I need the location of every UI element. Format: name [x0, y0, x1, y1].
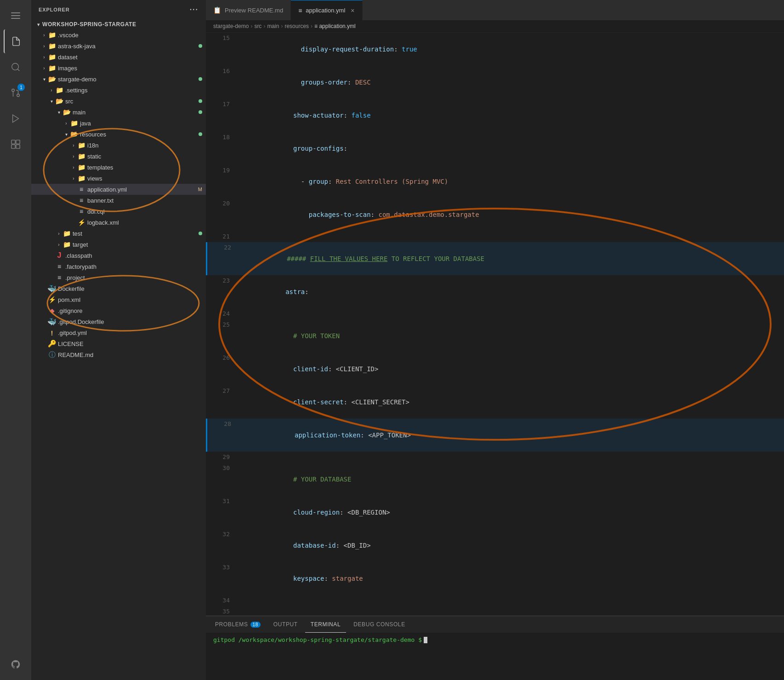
debug-console-panel-tab[interactable]: DEBUG CONSOLE: [348, 616, 411, 633]
readme-label: README.md: [58, 351, 206, 358]
resources-folder-label: resources: [80, 131, 199, 138]
test-folder-label: test: [73, 230, 199, 237]
breadcrumb-part-0[interactable]: stargate-demo: [213, 23, 249, 29]
readme-file-item[interactable]: › ⓘ README.md: [31, 349, 206, 360]
source-control-button[interactable]: 1: [4, 81, 28, 105]
application-yml-close-button[interactable]: ×: [351, 7, 354, 14]
banner-txt-file-item[interactable]: › ≡ banner.txt: [31, 195, 206, 206]
vscode-folder-icon: 📁: [48, 31, 56, 39]
templates-folder-label: templates: [87, 164, 206, 171]
search-button[interactable]: [4, 55, 28, 79]
svg-rect-11: [11, 145, 15, 148]
pom-xml-label: pom.xml: [58, 296, 206, 303]
breadcrumb-part-2[interactable]: main: [267, 23, 279, 29]
pom-xml-file-item[interactable]: › ⚡ pom.xml: [31, 294, 206, 305]
logback-xml-icon: ⚡: [77, 218, 85, 227]
dockerfile-icon: 🐳: [48, 284, 56, 293]
extensions-button[interactable]: [4, 132, 28, 156]
dockerfile-file-item[interactable]: › 🐳 Dockerfile: [31, 283, 206, 294]
svg-rect-12: [16, 145, 20, 148]
breadcrumb-sep-0: ›: [250, 23, 252, 29]
breadcrumb: stargate-demo › src › main › resources ›…: [206, 20, 784, 33]
breadcrumb-sep-3: ›: [311, 23, 312, 29]
terminal-panel-tab[interactable]: TERMINAL: [305, 616, 346, 633]
i18n-folder-label: i18n: [87, 142, 206, 149]
terminal-content[interactable]: gitpod /workspace/workshop-spring-starga…: [206, 633, 784, 680]
gitpod-dockerfile-icon: 🐳: [48, 317, 56, 326]
terminal-prompt-text: gitpod /workspace/workshop-spring-starga…: [213, 636, 422, 643]
logback-xml-file-item[interactable]: › ⚡ logback.xml: [31, 217, 206, 228]
gitpod-yml-label: .gitpod.yml: [58, 329, 206, 336]
root-folder-item[interactable]: ▾ WORKSHOP-SPRING-STARGATE: [31, 19, 206, 29]
tab-bar: 📋 Preview README.md ≡ application.yml ×: [206, 0, 784, 20]
stargate-demo-folder-item[interactable]: ▾ 📂 stargate-demo: [31, 74, 206, 85]
svg-line-4: [17, 69, 19, 71]
resources-modified-dot: [199, 132, 202, 136]
code-line-27: 27 client-secret: <CLIENT_SECRET>: [206, 385, 784, 419]
application-yml-tab[interactable]: ≡ application.yml ×: [291, 0, 362, 20]
src-folder-item[interactable]: ▾ 📂 src: [31, 96, 206, 107]
problems-panel-tab[interactable]: PROBLEMS 18: [210, 616, 266, 633]
svg-marker-8: [13, 115, 19, 123]
gitignore-label: .gitignore: [58, 307, 206, 314]
svg-point-6: [12, 89, 15, 92]
preview-readme-tab[interactable]: 📋 Preview README.md: [206, 0, 291, 20]
code-line-32: 32 database-id: <DB_ID>: [206, 529, 784, 562]
code-line-29: 29: [206, 452, 784, 463]
classpath-file-item[interactable]: › J .classpath: [31, 250, 206, 261]
gitpod-yml-file-item[interactable]: › ! .gitpod.yml: [31, 327, 206, 338]
code-line-20: 20 packages-to-scan: com.datastax.demo.s…: [206, 198, 784, 231]
breadcrumb-part-3[interactable]: resources: [284, 23, 309, 29]
factorypath-file-item[interactable]: › ≡ .factorypath: [31, 261, 206, 272]
gitignore-file-item[interactable]: › ◆ .gitignore: [31, 305, 206, 316]
gitignore-icon: ◆: [48, 306, 56, 315]
hamburger-menu-button[interactable]: [4, 4, 28, 28]
java-folder-item[interactable]: › 📁 java: [31, 118, 206, 129]
i18n-folder-icon: 📁: [77, 141, 85, 149]
main-folder-item[interactable]: ▾ 📂 main: [31, 107, 206, 118]
settings-folder-item[interactable]: › 📁 .settings: [31, 85, 206, 96]
static-folder-item[interactable]: › 📁 static: [31, 151, 206, 162]
src-folder-label: src: [65, 98, 199, 105]
banner-txt-label: banner.txt: [87, 197, 206, 204]
dockerfile-label: Dockerfile: [58, 285, 206, 292]
license-icon: 🔑: [48, 340, 56, 348]
svg-rect-9: [11, 140, 15, 144]
editor-content[interactable]: 15 display-request-duration: true 16 gro…: [206, 33, 784, 616]
sidebar-more-button[interactable]: ···: [190, 6, 199, 14]
svg-point-5: [17, 94, 20, 97]
license-file-item[interactable]: › 🔑 LICENSE: [31, 338, 206, 349]
astra-sdk-folder-icon: 📁: [48, 42, 56, 50]
application-yml-file-item[interactable]: › ≡ application.yml M: [31, 184, 206, 195]
images-folder-item[interactable]: › 📁 images: [31, 62, 206, 74]
output-panel-tab[interactable]: OUTPUT: [268, 616, 303, 633]
panel-tab-bar: PROBLEMS 18 OUTPUT TERMINAL DEBUG CONSOL…: [206, 616, 784, 633]
astra-sdk-folder-item[interactable]: › 📁 astra-sdk-java: [31, 40, 206, 51]
gitpod-dockerfile-label: .gitpod.Dockerfile: [58, 318, 206, 325]
vscode-folder-item[interactable]: › 📁 .vscode: [31, 29, 206, 40]
bottom-panel: PROBLEMS 18 OUTPUT TERMINAL DEBUG CONSOL…: [206, 616, 784, 680]
sidebar-tree: ▾ WORKSHOP-SPRING-STARGATE › 📁 .vscode ›…: [31, 19, 206, 680]
run-debug-button[interactable]: [4, 107, 28, 130]
templates-folder-item[interactable]: › 📁 templates: [31, 162, 206, 173]
sidebar-header: EXPLORER ···: [31, 0, 206, 19]
ddl-cql-file-item[interactable]: › ≡ ddl.cql: [31, 206, 206, 217]
java-folder-icon: 📁: [70, 119, 78, 127]
test-folder-item[interactable]: › 📁 test: [31, 228, 206, 239]
code-line-22: 22 ##### FILL THE VALUES HERE TO REFLECT…: [206, 242, 784, 275]
resources-folder-item[interactable]: ▾ 📂 resources: [31, 129, 206, 140]
astra-sdk-folder-label: astra-sdk-java: [58, 43, 199, 50]
views-folder-item[interactable]: › 📁 views: [31, 173, 206, 184]
editor: 15 display-request-duration: true 16 gro…: [206, 33, 784, 616]
breadcrumb-sep-1: ›: [263, 23, 265, 29]
breadcrumb-part-1[interactable]: src: [254, 23, 261, 29]
explorer-button[interactable]: [4, 29, 28, 53]
breadcrumb-part-4[interactable]: ≡ application.yml: [314, 23, 356, 29]
target-folder-item[interactable]: › 📁 target: [31, 239, 206, 250]
dataset-folder-item[interactable]: › 📁 dataset: [31, 51, 206, 62]
github-button[interactable]: [4, 652, 28, 676]
astra-sdk-modified-dot: [199, 44, 202, 48]
i18n-folder-item[interactable]: › 📁 i18n: [31, 140, 206, 151]
project-file-item[interactable]: › ≡ .project: [31, 272, 206, 283]
gitpod-dockerfile-file-item[interactable]: › 🐳 .gitpod.Dockerfile: [31, 316, 206, 327]
